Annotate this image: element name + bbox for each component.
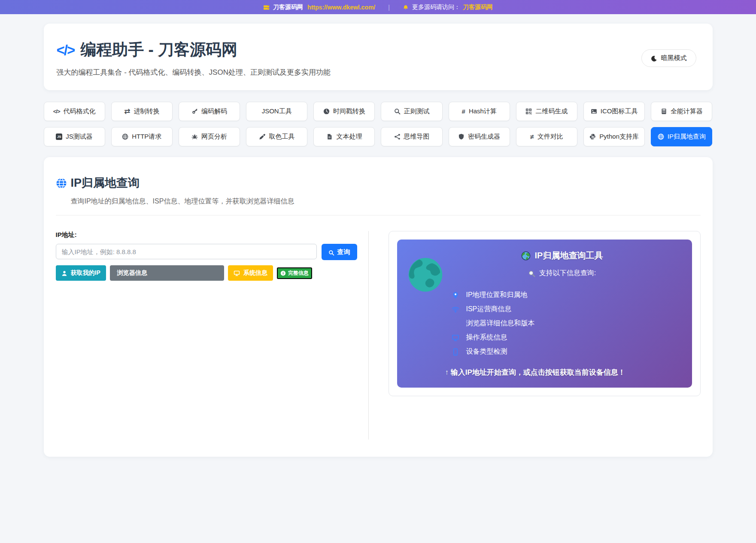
full-info-button[interactable]: 完整信息 [277, 267, 312, 279]
feature-item: ISP运营商信息 [451, 302, 680, 316]
topbar-separator: | [388, 4, 390, 11]
tool-button[interactable]: 密码生成器 [449, 127, 510, 146]
feature-text: 操作系统信息 [466, 333, 507, 342]
tool-button-label: ICO图标工具 [601, 107, 638, 115]
query-button[interactable]: 查询 [322, 244, 357, 260]
panel-title-row: IP归属地查询工具 [444, 250, 680, 261]
tool-button[interactable]: 全能计算器 [651, 102, 712, 121]
feature-text: 设备类型检测 [466, 347, 507, 356]
feature-text: IP地理位置和归属地 [466, 291, 528, 300]
tool-button[interactable]: #Hash计算 [449, 102, 510, 121]
monitor-icon [451, 334, 460, 342]
magnifier-icon [528, 269, 535, 277]
section-title: IP归属地查询 [71, 175, 140, 191]
dark-mode-label: 暗黑模式 [661, 54, 687, 62]
mobile-icon [451, 348, 460, 356]
info-panel-outer: IP归属地查询工具 支持以下信息查询: IP地理位置和归属地ISP运营商信息浏览… [389, 231, 701, 396]
earth-globe-icon [407, 257, 443, 293]
system-info-button[interactable]: 系统信息 [228, 265, 273, 281]
ip-lookup-card: IP归属地查询 查询IP地址的归属地信息、ISP信息、地理位置等，并获取浏览器详… [44, 157, 713, 457]
topbar-url-link[interactable]: https://www.dkewl.com/ [307, 4, 375, 11]
topbar-promo-text: 更多源码请访问： [412, 3, 460, 11]
topbar-site-name: 刀客源码网 [273, 3, 303, 11]
panel-footer: ↑ 输入IP地址开始查询，或点击按钮获取当前设备信息！ [444, 367, 680, 377]
tool-button[interactable]: 时间戳转换 [313, 102, 375, 121]
code-icon: </> [53, 109, 60, 114]
calculator-icon [661, 108, 667, 115]
tool-button-label: 文本处理 [336, 133, 362, 141]
search-icon [328, 248, 334, 255]
tool-button[interactable]: </>代码格式化 [44, 102, 105, 121]
panel-search-label: 支持以下信息查询: [539, 269, 596, 278]
tool-button[interactable]: 二维码生成 [516, 102, 577, 121]
tool-button[interactable]: Python支持库 [583, 127, 645, 146]
full-info-label: 完整信息 [288, 270, 309, 277]
tool-button-label: 思维导图 [404, 133, 430, 141]
section-title-row: IP归属地查询 [56, 175, 701, 191]
tool-button-label: 取色工具 [269, 133, 295, 141]
query-button-label: 查询 [337, 248, 350, 256]
clock-icon [323, 108, 330, 115]
tool-button[interactable]: ⇄进制转换 [111, 102, 173, 121]
tool-button[interactable]: HTTP请求 [111, 127, 173, 146]
panel-title: IP归属地查询工具 [535, 250, 603, 261]
get-my-ip-label: 获取我的IP [71, 269, 100, 277]
tool-button-label: 二维码生成 [535, 107, 568, 115]
tool-button[interactable]: 正则测试 [381, 102, 442, 121]
monitor-icon [234, 270, 240, 277]
hash-icon: # [462, 108, 465, 115]
dark-mode-button[interactable]: 暗黑模式 [641, 49, 696, 67]
tool-button[interactable]: 编码解码 [179, 102, 240, 121]
header-card: </> 编程助手 - 刀客源码网 强大的编程工具集合 - 代码格式化、编码转换、… [44, 24, 713, 90]
panel-search-row: 支持以下信息查询: [444, 269, 680, 278]
tool-button-label: 时间戳转换 [333, 107, 365, 115]
cards-logo-icon [263, 3, 270, 11]
info-panel: IP归属地查询工具 支持以下信息查询: IP地理位置和归属地ISP运营商信息浏览… [397, 240, 692, 388]
python-icon [589, 133, 596, 140]
query-form: IP地址: 查询 获取我的IP 浏览器信息 [56, 231, 369, 440]
tools-grid: </>代码格式化⇄进制转换编码解码JSON工具时间戳转换正则测试#Hash计算二… [44, 102, 713, 146]
ip-address-input[interactable] [56, 244, 317, 259]
tool-button-label: 进制转换 [134, 107, 159, 115]
get-my-ip-button[interactable]: 获取我的IP [56, 265, 106, 281]
eyedropper-icon [259, 133, 265, 140]
info-icon [280, 270, 286, 276]
tool-button[interactable]: ≠文件对比 [516, 127, 577, 146]
tool-button[interactable]: IP归属地查询 [651, 127, 712, 146]
tool-button[interactable]: 思维导图 [381, 127, 442, 146]
feature-item: 操作系统信息 [451, 331, 680, 345]
section-divider [56, 215, 701, 215]
topbar: 刀客源码网 https://www.dkewl.com/ | 更多源码请访问： … [0, 0, 756, 14]
search-icon [394, 108, 401, 115]
bug-icon [191, 133, 198, 140]
tool-button-label: 文件对比 [537, 133, 563, 141]
tool-button-label: JSON工具 [262, 107, 292, 115]
topbar-promo-link[interactable]: 刀客源码网 [463, 3, 493, 11]
sitemap-icon [394, 133, 401, 140]
browser-info-button[interactable]: 浏览器信息 [110, 265, 224, 281]
tool-button-label: 全能计算器 [671, 107, 703, 115]
feature-item: 浏览器详细信息和版本 [451, 316, 680, 331]
tool-button-label: Hash计算 [469, 107, 497, 115]
tool-button[interactable]: 取色工具 [246, 127, 307, 146]
tool-button-label: 代码格式化 [63, 107, 95, 115]
key-icon [191, 108, 198, 115]
file-icon [326, 133, 333, 140]
shield-icon [458, 133, 465, 140]
page-title: 编程助手 - 刀客源码网 [80, 39, 237, 61]
notequal-icon: ≠ [530, 133, 534, 140]
wifi-icon [451, 306, 460, 313]
tool-button[interactable]: 文本处理 [313, 127, 375, 146]
tool-button-label: 网页分析 [201, 133, 227, 141]
globe-icon [122, 133, 128, 140]
section-subtitle: 查询IP地址的归属地信息、ISP信息、地理位置等，并获取浏览器详细信息 [71, 197, 701, 206]
code-icon: </> [57, 43, 75, 57]
ip-address-label: IP地址: [56, 231, 357, 239]
tool-button[interactable]: ICO图标工具 [583, 102, 645, 121]
tool-button[interactable]: JSON工具 [246, 102, 307, 121]
user-icon [61, 270, 67, 276]
tool-button[interactable]: 网页分析 [179, 127, 240, 146]
tool-button[interactable]: JSJS测试器 [44, 127, 105, 146]
page-title-row: </> 编程助手 - 刀客源码网 [57, 39, 331, 61]
tool-button-label: 密码生成器 [468, 133, 500, 141]
